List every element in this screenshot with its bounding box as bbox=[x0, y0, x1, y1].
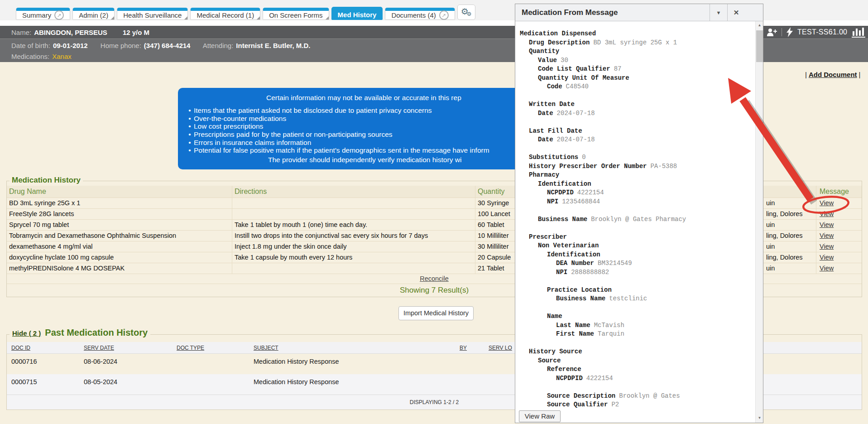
scrollbar-thumb[interactable] bbox=[756, 30, 763, 62]
message-field-label: DEA Number bbox=[556, 260, 594, 267]
message-line: NPI2888888882 bbox=[520, 268, 763, 277]
dialog-close-button[interactable]: ✕ bbox=[727, 4, 745, 21]
dialog-collapse-button[interactable]: ▼ bbox=[710, 4, 727, 21]
app-root: Summary ↗ Admin (2) Health Surveillance … bbox=[0, 0, 868, 424]
chevron-down-icon: ▼ bbox=[716, 10, 721, 15]
import-medical-history-button[interactable]: Import Medical History bbox=[398, 306, 474, 320]
message-line: Identification bbox=[520, 251, 763, 260]
message-field-value: 2024-07-18 bbox=[557, 136, 595, 143]
dialog-title: Medication From Message bbox=[515, 4, 710, 21]
notice-footer: The provider should independently verify… bbox=[268, 156, 461, 164]
add-document-link[interactable]: Add Document bbox=[809, 71, 857, 78]
dialog-title-bar-spacer bbox=[745, 4, 763, 21]
view-message-link[interactable]: View bbox=[820, 232, 834, 239]
message-field-label: Source Qualifier bbox=[547, 401, 608, 408]
doc-id-cell: 0000716 bbox=[7, 354, 82, 374]
close-icon: ✕ bbox=[734, 9, 739, 17]
subject-cell: Medication History Response bbox=[251, 374, 457, 395]
col-header-serv-date[interactable]: SERV DATE bbox=[82, 342, 174, 353]
message-field-label: Last Fill Date bbox=[529, 127, 582, 135]
tab-on-screen-forms[interactable]: On Screen Forms bbox=[263, 8, 329, 20]
message-field-label: Practice Location bbox=[547, 286, 612, 294]
phone-value: (347) 684-4214 bbox=[144, 42, 191, 49]
view-message-link[interactable]: View bbox=[820, 210, 834, 217]
dialog-title-bar[interactable]: Medication From Message ▼ ✕ bbox=[515, 4, 763, 21]
notice-bullet-item: • Items that the patient asked not be di… bbox=[186, 106, 489, 115]
scroll-down-icon[interactable]: ▼ bbox=[756, 414, 763, 422]
dob-value: 09-01-2012 bbox=[53, 42, 88, 49]
message-field-value: 2024-07-18 bbox=[557, 110, 595, 117]
hide-link[interactable]: Hide ( 2 ) bbox=[12, 329, 41, 337]
col-header-by[interactable]: BY bbox=[457, 342, 484, 353]
col-header-drug-name[interactable]: Drug Name bbox=[7, 186, 232, 198]
patient-bar-actions: TEST-SS61.00 bbox=[766, 26, 865, 39]
settings-button[interactable]: ⚙ ⚙ bbox=[457, 5, 475, 20]
message-line: Quantity bbox=[520, 47, 763, 56]
tab-documents[interactable]: Documents (4) ↗ bbox=[385, 8, 455, 20]
lightning-bolt-icon[interactable] bbox=[786, 27, 793, 37]
message-field-label: NCPDPID bbox=[547, 189, 574, 196]
pipe: | bbox=[805, 71, 807, 78]
message-cell: View bbox=[816, 263, 862, 274]
col-header-subject[interactable]: SUBJECT bbox=[251, 342, 457, 353]
message-field-value: BD 3mL syringe 25G x 1 bbox=[593, 39, 677, 46]
col-header-doc-id[interactable]: DOC ID bbox=[7, 342, 82, 353]
message-line: Practice Location bbox=[520, 286, 763, 295]
message-field-label: Date bbox=[538, 110, 553, 117]
message-line: Date2024-07-18 bbox=[520, 135, 763, 145]
message-field-label: Reference bbox=[547, 366, 581, 373]
external-link-icon[interactable]: ↗ bbox=[54, 10, 64, 20]
view-raw-button[interactable]: View Raw bbox=[519, 410, 561, 422]
external-link-icon[interactable]: ↗ bbox=[439, 10, 449, 20]
message-line: History Source bbox=[520, 347, 763, 357]
col-header-directions[interactable]: Directions bbox=[232, 186, 475, 198]
tab-medical-record-label: Medical Record (1) bbox=[197, 11, 254, 19]
reconcile-link[interactable]: Reconcile bbox=[420, 275, 449, 282]
tab-med-history[interactable]: Med History bbox=[331, 7, 383, 20]
tab-medical-record[interactable]: Medical Record (1) bbox=[190, 8, 260, 20]
medication-from-message-dialog: Medication From Message ▼ ✕ Medication D… bbox=[515, 4, 763, 423]
bar-chart-icon[interactable] bbox=[852, 27, 865, 38]
tab-admin-label: Admin (2) bbox=[79, 11, 108, 19]
tab-health-surveillance[interactable]: Health Surveillance bbox=[117, 8, 188, 20]
tab-documents-label: Documents (4) bbox=[391, 11, 436, 19]
message-field-label: History Source bbox=[529, 348, 582, 355]
directions-cell bbox=[232, 209, 475, 220]
attending-label: Attending: bbox=[203, 42, 234, 49]
dialog-scrollbar[interactable]: ▲ ▼ bbox=[755, 21, 763, 423]
col-header-message[interactable]: Message bbox=[816, 186, 862, 198]
view-message-link[interactable]: View bbox=[820, 243, 834, 250]
message-line: Prescriber bbox=[520, 233, 763, 242]
notice-bullet-text: Prescriptions paid for by the patient or… bbox=[194, 130, 393, 139]
message-cell: View bbox=[816, 231, 862, 241]
message-line: Source bbox=[520, 357, 763, 366]
view-message-link[interactable]: View bbox=[820, 254, 834, 261]
message-field-label: Last Name bbox=[556, 322, 590, 329]
message-line: Source DescriptionBrooklyn @ Gates bbox=[520, 392, 763, 401]
tab-admin[interactable]: Admin (2) bbox=[72, 8, 115, 20]
add-user-icon[interactable] bbox=[766, 28, 777, 37]
message-line: Written Date bbox=[520, 100, 763, 109]
message-field-value: 0 bbox=[582, 154, 585, 161]
message-line: Substitutions0 bbox=[520, 153, 763, 162]
serv-date-cell: 08-05-2024 bbox=[82, 374, 174, 395]
message-line: Non Veterinarian bbox=[520, 241, 763, 251]
message-field-label: Quantity Unit Of Measure bbox=[538, 74, 629, 82]
notice-bullet-text: Over-the-counter medications bbox=[194, 115, 286, 123]
col-header-doc-type[interactable]: DOC TYPE bbox=[174, 342, 251, 353]
directions-cell: Inject 1.8 mg under the skin once daily bbox=[232, 241, 475, 252]
divider bbox=[782, 28, 782, 36]
message-line: History Prescriber Order NumberPA-5388 bbox=[520, 162, 763, 171]
message-tree: Medication Dispensed Drug DescriptionBD … bbox=[520, 29, 763, 410]
view-message-link[interactable]: View bbox=[820, 221, 834, 228]
view-message-link[interactable]: View bbox=[820, 265, 834, 272]
message-line: First NameTarquin bbox=[520, 330, 763, 339]
view-message-link[interactable]: View bbox=[820, 199, 834, 207]
tab-summary-label: Summary bbox=[22, 11, 51, 19]
directions-cell bbox=[232, 263, 475, 274]
scroll-up-icon[interactable]: ▲ bbox=[756, 21, 763, 29]
drug-name-cell: dexamethasone 4 mg/ml vial bbox=[7, 241, 232, 252]
message-field-label: Source bbox=[538, 357, 561, 364]
message-field-label: Business Name bbox=[556, 295, 605, 302]
tab-summary[interactable]: Summary ↗ bbox=[16, 8, 70, 20]
